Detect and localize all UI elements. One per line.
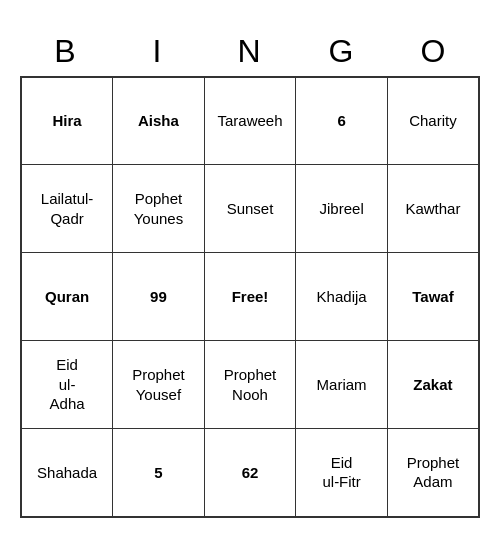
cell-r2-c3[interactable]: Khadija — [296, 253, 388, 341]
cell-r2-c0[interactable]: Quran — [21, 253, 113, 341]
cell-r3-c1[interactable]: ProphetYousef — [113, 341, 205, 429]
cell-r4-c3[interactable]: Eidul-Fitr — [296, 429, 388, 517]
cell-r0-c3[interactable]: 6 — [296, 77, 388, 165]
cell-r0-c1[interactable]: Aisha — [113, 77, 205, 165]
cell-r0-c4[interactable]: Charity — [387, 77, 479, 165]
cell-r2-c4[interactable]: Tawaf — [387, 253, 479, 341]
cell-r4-c0[interactable]: Shahada — [21, 429, 113, 517]
cell-r3-c3[interactable]: Mariam — [296, 341, 388, 429]
bingo-grid: HiraAishaTaraweeh6CharityLailatul-QadrPo… — [20, 76, 480, 518]
cell-r3-c2[interactable]: ProphetNooh — [204, 341, 296, 429]
cell-r1-c1[interactable]: PophetYounes — [113, 165, 205, 253]
header-g: G — [296, 27, 388, 76]
cell-r0-c0[interactable]: Hira — [21, 77, 113, 165]
cell-r3-c0[interactable]: Eidul-Adha — [21, 341, 113, 429]
cell-r1-c4[interactable]: Kawthar — [387, 165, 479, 253]
cell-r1-c2[interactable]: Sunset — [204, 165, 296, 253]
cell-r4-c4[interactable]: ProphetAdam — [387, 429, 479, 517]
bingo-header: B I N G O — [20, 27, 480, 76]
cell-r0-c2[interactable]: Taraweeh — [204, 77, 296, 165]
cell-r4-c2[interactable]: 62 — [204, 429, 296, 517]
header-o: O — [388, 27, 480, 76]
header-i: I — [112, 27, 204, 76]
cell-r2-c2[interactable]: Free! — [204, 253, 296, 341]
cell-r1-c3[interactable]: Jibreel — [296, 165, 388, 253]
cell-r2-c1[interactable]: 99 — [113, 253, 205, 341]
header-b: B — [20, 27, 112, 76]
cell-r3-c4[interactable]: Zakat — [387, 341, 479, 429]
cell-r1-c0[interactable]: Lailatul-Qadr — [21, 165, 113, 253]
header-n: N — [204, 27, 296, 76]
bingo-container: B I N G O HiraAishaTaraweeh6CharityLaila… — [20, 27, 480, 518]
cell-r4-c1[interactable]: 5 — [113, 429, 205, 517]
